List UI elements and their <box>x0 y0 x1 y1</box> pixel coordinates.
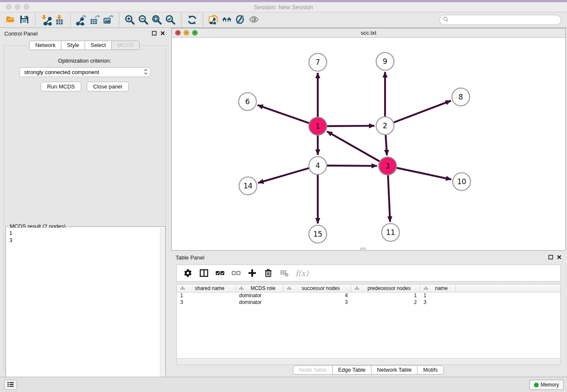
zoom-selected-icon[interactable] <box>164 14 177 26</box>
toolbar-separator <box>35 13 36 27</box>
search-box[interactable] <box>439 15 561 25</box>
close-window-icon[interactable] <box>6 4 11 10</box>
zoom-fit-icon[interactable] <box>150 14 164 26</box>
node-2[interactable]: 2 <box>376 117 394 135</box>
edge-3-1[interactable] <box>327 131 388 166</box>
save-icon[interactable] <box>18 14 31 26</box>
run-mcds-button[interactable]: Run MCDS <box>41 82 81 91</box>
window-traffic-lights[interactable] <box>6 4 29 10</box>
table-cell[interactable]: 1 <box>351 293 420 299</box>
edge-3-10[interactable] <box>388 166 451 179</box>
column-header[interactable]: name <box>420 284 456 292</box>
node-8[interactable]: 8 <box>452 88 470 106</box>
gear-icon[interactable] <box>181 267 195 279</box>
export-table-icon[interactable] <box>88 14 102 26</box>
network-window-titlebar[interactable]: × − + scc.txt <box>172 28 565 38</box>
column-header[interactable]: shared name <box>177 284 236 292</box>
close-panel-button[interactable]: Close panel <box>87 82 129 91</box>
tab-network[interactable]: Network <box>29 41 61 50</box>
node-1[interactable]: 1 <box>309 117 327 135</box>
node-15[interactable]: 15 <box>309 225 327 243</box>
table-cell[interactable]: 3 <box>284 299 351 306</box>
hierarchy-icon <box>180 285 185 291</box>
zoom-out-icon[interactable] <box>137 14 150 26</box>
zoom-in-icon[interactable] <box>123 14 137 26</box>
control-panel-title: Control Panel <box>4 30 38 37</box>
network-maximize-icon[interactable]: + <box>192 30 198 36</box>
tab-motifs[interactable]: Motifs <box>417 365 444 375</box>
select-all-icon[interactable] <box>213 267 227 279</box>
table-cell[interactable]: 4 <box>284 293 351 299</box>
tab-edge-table[interactable]: Edge Table <box>332 365 372 375</box>
node-9[interactable]: 9 <box>376 52 394 70</box>
node-6[interactable]: 6 <box>239 93 256 110</box>
table-cell[interactable]: 1 <box>177 293 236 299</box>
node-11[interactable]: 11 <box>382 224 399 241</box>
optimization-criterion-select[interactable]: strongly connected component <box>19 67 151 77</box>
svg-text:3: 3 <box>385 162 390 170</box>
export-network-icon[interactable] <box>74 14 88 26</box>
edge-1-6[interactable] <box>258 105 318 126</box>
network-canvas[interactable]: 7968124314101511 <box>172 38 565 250</box>
close-panel-icon[interactable] <box>557 254 561 261</box>
table-header-row: shared nameMCDS rolesuccessor nodesprede… <box>177 284 560 293</box>
node-table[interactable]: shared nameMCDS rolesuccessor nodesprede… <box>176 284 561 365</box>
table-cell[interactable]: 3 <box>177 299 236 306</box>
mcds-panel: Optimization criterion: strongly connect… <box>3 45 166 373</box>
copy-network-icon[interactable] <box>207 14 220 26</box>
tab-network-table[interactable]: Network Table <box>371 365 418 375</box>
float-panel-icon[interactable] <box>548 254 553 261</box>
select-stepper-icon <box>144 69 148 76</box>
houses-icon[interactable] <box>220 14 234 26</box>
table-cell[interactable]: dominator <box>236 299 284 306</box>
deselect-all-icon[interactable] <box>229 267 243 279</box>
table-cell[interactable]: 3 <box>420 299 456 306</box>
edge-2-8[interactable] <box>385 101 451 126</box>
add-column-icon[interactable] <box>245 267 259 279</box>
node-10[interactable]: 10 <box>453 173 471 190</box>
import-table-icon[interactable] <box>53 14 66 26</box>
refresh-icon[interactable] <box>185 14 199 26</box>
table-cell[interactable]: 1 <box>420 293 456 299</box>
export-image-icon[interactable] <box>102 14 115 26</box>
search-icon <box>443 16 449 24</box>
node-14[interactable]: 14 <box>239 177 257 195</box>
toolbar-separator <box>181 13 182 27</box>
result-scrollbar[interactable] <box>160 228 164 384</box>
split-column-icon[interactable] <box>197 267 211 279</box>
eye-icon[interactable] <box>248 14 261 26</box>
table-row[interactable]: 3dominator323 <box>177 299 560 306</box>
memory-button[interactable]: Memory <box>529 380 564 390</box>
column-header[interactable]: MCDS role <box>236 284 284 292</box>
open-folder-icon[interactable] <box>4 14 18 26</box>
import-network-icon[interactable] <box>39 14 53 26</box>
network-close-icon[interactable]: × <box>175 30 181 36</box>
zoom-window-icon[interactable] <box>24 4 29 10</box>
search-input[interactable] <box>451 17 561 23</box>
column-header[interactable]: successor nodes <box>284 284 351 292</box>
delete-column-icon[interactable] <box>261 267 275 279</box>
hierarchy-icon <box>424 285 428 291</box>
style-slash-icon[interactable] <box>234 14 248 26</box>
table-cell[interactable]: 2 <box>351 299 420 306</box>
tab-style[interactable]: Style <box>61 41 85 50</box>
close-panel-icon[interactable] <box>160 30 165 37</box>
table-row[interactable]: 1dominator411 <box>177 293 560 299</box>
control-panel: Control Panel NetworkStyleSelectMCDS Opt… <box>0 28 169 377</box>
hierarchy-icon <box>355 285 359 291</box>
network-minimize-icon[interactable]: − <box>184 30 189 36</box>
tab-node-table[interactable]: Node Table <box>293 365 333 375</box>
mcds-result-text[interactable]: 13 <box>7 228 160 384</box>
node-3[interactable]: 3 <box>379 157 396 175</box>
node-7[interactable]: 7 <box>309 53 327 71</box>
tab-select[interactable]: Select <box>85 41 112 50</box>
node-4[interactable]: 4 <box>309 157 327 174</box>
task-history-button[interactable] <box>4 380 17 390</box>
tab-mcds[interactable]: MCDS <box>111 41 139 50</box>
table-cell[interactable]: dominator <box>236 293 284 299</box>
splitter-handle[interactable] <box>360 248 366 251</box>
table-horizontal-scrollbar[interactable] <box>177 358 560 364</box>
minimize-window-icon[interactable] <box>15 4 20 10</box>
float-panel-icon[interactable] <box>152 30 157 37</box>
column-header[interactable]: predecessor nodes <box>351 284 420 292</box>
